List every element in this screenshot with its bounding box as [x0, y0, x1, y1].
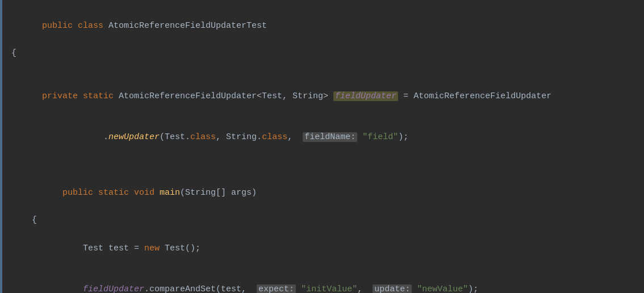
- class-name: AtomicReferenceFieldUpdaterTest: [108, 21, 267, 31]
- open-brace-1: {: [11, 47, 16, 60]
- line-4-content: private static AtomicReferenceFieldUpdat…: [11, 76, 551, 117]
- kw-static: static: [83, 91, 119, 101]
- param-expect: expect:: [257, 284, 296, 293]
- comma-2: ,: [287, 132, 303, 142]
- code-line-8: {: [0, 214, 644, 228]
- code-line-6: [0, 158, 644, 173]
- line-1-content: public class AtomicReferenceFieldUpdater…: [11, 6, 267, 47]
- code-line-4: private static AtomicReferenceFieldUpdat…: [0, 76, 644, 117]
- kw-class-1: class: [190, 132, 216, 142]
- indent-8: [11, 214, 32, 227]
- string-newvalue: "newValue": [417, 284, 468, 293]
- type-test: Test test =: [83, 244, 144, 253]
- close-paren-1: );: [398, 132, 408, 142]
- line-5-content: .newUpdater(Test.class, String.class, fi…: [11, 117, 408, 158]
- open-brace-2: {: [32, 214, 37, 227]
- comma-3: ,: [357, 284, 373, 293]
- string-initvalue: "initValue": [301, 284, 357, 293]
- field-updater-ref: fieldUpdater: [83, 284, 144, 293]
- kw-new: new: [144, 244, 165, 253]
- kw-public-2: public: [62, 188, 98, 198]
- code-line-10: fieldUpdater.compareAndSet(test, expect:…: [0, 269, 644, 293]
- paren-open-1: (Test.: [160, 132, 190, 142]
- line-9-content: Test test = new Test();: [11, 228, 200, 269]
- dot-2: .: [144, 284, 149, 293]
- test-constructor: Test();: [165, 244, 200, 253]
- indent-10: [42, 284, 83, 293]
- method-main: main: [160, 188, 180, 198]
- keyword-class: class: [78, 21, 108, 31]
- code-editor: public class AtomicReferenceFieldUpdater…: [0, 0, 644, 293]
- string-field: "field": [362, 132, 398, 142]
- param-update: update:: [373, 284, 412, 293]
- field-updater-var: fieldUpdater: [335, 91, 396, 101]
- code-line-3: [0, 61, 644, 76]
- method-newupdater: newUpdater: [108, 132, 160, 142]
- code-line-9: Test test = new Test();: [0, 228, 644, 269]
- code-line-7: public static void main(String[] args): [0, 173, 644, 214]
- equals-sign: = AtomicReferenceFieldUpdater: [398, 91, 551, 101]
- left-gutter-bar: [0, 0, 2, 293]
- line-10-content: fieldUpdater.compareAndSet(test, expect:…: [11, 269, 478, 293]
- code-line-5: .newUpdater(Test.class, String.class, fi…: [0, 117, 644, 158]
- space-new: [412, 284, 417, 293]
- kw-static-2: static: [98, 188, 134, 198]
- param-fieldname: fieldName:: [303, 132, 357, 142]
- type-arfu: AtomicReferenceFieldUpdater<Test, String…: [119, 91, 333, 101]
- space-init: [296, 284, 301, 293]
- indent-9: [42, 244, 83, 253]
- main-params: (String[] args): [180, 188, 257, 198]
- indent-7: [42, 188, 62, 198]
- code-line-1: public class AtomicReferenceFieldUpdater…: [0, 6, 644, 47]
- close-cas: );: [468, 284, 478, 293]
- code-line-2: {: [0, 47, 644, 61]
- method-cas: compareAndSet(test,: [149, 284, 257, 293]
- space-field: [357, 132, 362, 142]
- field-updater-highlight: fieldUpdater: [333, 91, 398, 101]
- kw-void: void: [134, 188, 160, 198]
- kw-class-2: class: [262, 132, 287, 142]
- comma-1: , String.: [216, 132, 262, 142]
- kw-private: private: [42, 91, 83, 101]
- keyword-public: public: [42, 21, 78, 31]
- dot-1: .: [103, 132, 108, 142]
- indent-5: [42, 132, 103, 142]
- line-7-content: public static void main(String[] args): [11, 173, 257, 214]
